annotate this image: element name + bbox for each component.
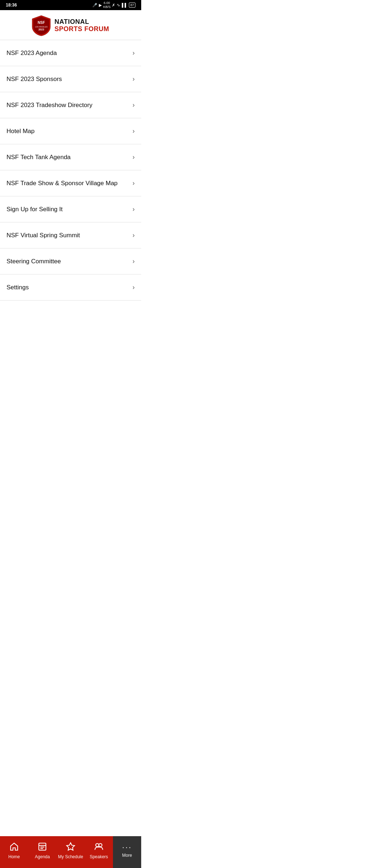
- nsf-shield-logo: NSF LOS ANGELES 2023: [32, 15, 51, 36]
- youtube-icon: ▶: [99, 3, 102, 8]
- logo-national: NATIONAL: [54, 18, 109, 26]
- bluetooth-icon: ✗: [112, 3, 115, 8]
- menu-item-label-hotel-map: Hotel Map: [7, 128, 34, 135]
- logo-sports-forum: SPORTS FORUM: [54, 26, 109, 33]
- menu-item-agenda[interactable]: NSF 2023 Agenda ›: [0, 40, 141, 66]
- svg-text:2023: 2023: [39, 28, 45, 31]
- chevron-right-icon: ›: [133, 231, 135, 239]
- wifi-icon: ∿: [117, 3, 120, 8]
- menu-item-label-trade-show-map: NSF Trade Show & Sponsor Village Map: [7, 180, 118, 187]
- chevron-right-icon: ›: [133, 179, 135, 187]
- chevron-right-icon: ›: [133, 153, 135, 161]
- menu-item-virtual-summit[interactable]: NSF Virtual Spring Summit ›: [0, 222, 141, 248]
- menu-item-sponsors[interactable]: NSF 2023 Sponsors ›: [0, 66, 141, 92]
- chevron-right-icon: ›: [133, 284, 135, 291]
- menu-item-steering[interactable]: Steering Committee ›: [0, 248, 141, 275]
- logo-text: NATIONAL SPORTS FORUM: [54, 18, 109, 33]
- status-right: 🎤 ▶ 6.00KB/S ✗ ∿ ▌▌ 87: [92, 1, 135, 9]
- chevron-right-icon: ›: [133, 101, 135, 109]
- menu-item-tradeshow[interactable]: NSF 2023 Tradeshow Directory ›: [0, 92, 141, 118]
- menu-item-settings[interactable]: Settings ›: [0, 275, 141, 301]
- chevron-right-icon: ›: [133, 205, 135, 213]
- battery-icon: 87: [129, 3, 135, 8]
- app-header: NSF LOS ANGELES 2023 NATIONAL SPORTS FOR…: [0, 10, 141, 40]
- menu-item-label-settings: Settings: [7, 284, 29, 291]
- menu-item-selling-it[interactable]: Sign Up for Selling It ›: [0, 196, 141, 222]
- status-time: 18:36: [6, 3, 17, 8]
- menu-item-trade-show-map[interactable]: NSF Trade Show & Sponsor Village Map ›: [0, 170, 141, 196]
- menu-item-label-sponsors: NSF 2023 Sponsors: [7, 76, 62, 83]
- network-speed: 6.00KB/S: [103, 1, 111, 9]
- signal-icon: ▌▌: [122, 3, 127, 7]
- menu-list: NSF 2023 Agenda › NSF 2023 Sponsors › NS…: [0, 40, 141, 301]
- logo-container: NSF LOS ANGELES 2023 NATIONAL SPORTS FOR…: [32, 15, 109, 36]
- menu-item-label-virtual-summit: NSF Virtual Spring Summit: [7, 232, 80, 239]
- svg-text:LOS ANGELES: LOS ANGELES: [35, 26, 48, 28]
- menu-item-label-steering: Steering Committee: [7, 258, 61, 265]
- menu-item-hotel-map[interactable]: Hotel Map ›: [0, 118, 141, 144]
- mic-icon: 🎤: [92, 3, 97, 8]
- chevron-right-icon: ›: [133, 49, 135, 57]
- menu-item-label-agenda: NSF 2023 Agenda: [7, 50, 57, 57]
- status-bar: 18:36 🎤 ▶ 6.00KB/S ✗ ∿ ▌▌ 87: [0, 0, 141, 10]
- battery-level: 87: [130, 3, 134, 7]
- chevron-right-icon: ›: [133, 75, 135, 83]
- svg-text:NSF: NSF: [38, 21, 45, 25]
- chevron-right-icon: ›: [133, 258, 135, 265]
- menu-item-label-tradeshow: NSF 2023 Tradeshow Directory: [7, 102, 92, 109]
- menu-item-label-selling-it: Sign Up for Selling It: [7, 206, 63, 213]
- menu-item-label-tech-tank: NSF Tech Tank Agenda: [7, 154, 71, 161]
- chevron-right-icon: ›: [133, 127, 135, 135]
- menu-item-tech-tank[interactable]: NSF Tech Tank Agenda ›: [0, 144, 141, 170]
